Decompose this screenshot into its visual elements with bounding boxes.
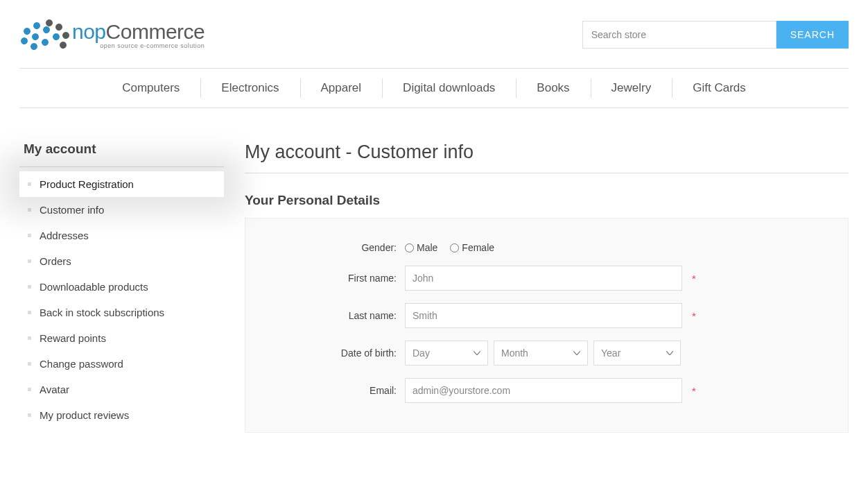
bullet-icon [28,259,31,263]
sidebar-item-label: Product Registration [40,178,134,190]
search-button[interactable]: SEARCH [776,21,849,49]
sidebar-title: My account [19,141,224,167]
gender-female-label: Female [462,242,494,253]
gender-female-radio[interactable] [450,243,459,252]
sidebar-item-label: Change password [40,358,123,370]
bullet-icon [28,234,31,237]
dob-month-select[interactable]: Month [494,341,588,366]
nav-item-books[interactable]: Books [516,69,590,108]
last-name-input[interactable] [405,303,682,328]
logo-subtext: open source e-commerce solution [100,42,205,49]
sidebar-item-label: Addresses [40,230,89,241]
sidebar-item-addresses[interactable]: Addresses [19,223,224,248]
gender-female-option[interactable]: Female [450,242,494,253]
email-input[interactable] [405,378,682,403]
sidebar-item-label: My product reviews [40,409,129,421]
logo-dots-icon [19,19,69,50]
sidebar: My account Product Registration Customer… [19,141,224,433]
sidebar-item-avatar[interactable]: Avatar [19,377,224,402]
top-nav: Computers Electronics Apparel Digital do… [19,69,849,108]
nav-item-digital-downloads[interactable]: Digital downloads [382,69,516,108]
dob-day-select[interactable]: Day [405,341,488,366]
sidebar-item-label: Back in stock subscriptions [40,307,164,318]
last-name-label: Last name: [252,310,405,321]
first-name-input[interactable] [405,266,682,291]
sidebar-item-customer-info[interactable]: Customer info [19,197,224,223]
sidebar-item-label: Downloadable products [40,281,148,293]
required-marker: * [692,273,696,284]
page-title: My account - Customer info [245,141,849,173]
bullet-icon [28,362,31,366]
logo[interactable]: nopCommerce open source e-commerce solut… [19,19,205,50]
sidebar-item-label: Customer info [40,204,104,216]
sidebar-item-label: Orders [40,255,71,267]
header: nopCommerce open source e-commerce solut… [19,0,849,68]
bullet-icon [28,388,31,391]
bullet-icon [28,208,31,212]
nav-item-computers[interactable]: Computers [101,69,200,108]
bullet-icon [28,285,31,289]
sidebar-item-orders[interactable]: Orders [19,248,224,274]
sidebar-item-label: Avatar [40,384,69,395]
dob-year-select[interactable]: Year [593,341,681,366]
gender-label: Gender: [252,242,405,253]
sidebar-item-back-in-stock[interactable]: Back in stock subscriptions [19,300,224,325]
bullet-icon [28,311,31,314]
required-marker: * [692,310,696,322]
sidebar-item-downloadable-products[interactable]: Downloadable products [19,274,224,300]
main-content: My account - Customer info Your Personal… [245,141,849,433]
nav-item-jewelry[interactable]: Jewelry [591,69,672,108]
sidebar-item-reward-points[interactable]: Reward points [19,325,224,351]
dob-label: Date of birth: [252,347,405,359]
email-label: Email: [252,385,405,396]
required-marker: * [692,385,696,397]
gender-male-label: Male [417,242,437,253]
search-input[interactable] [582,21,776,49]
nav-item-electronics[interactable]: Electronics [200,69,300,108]
bullet-icon [28,182,31,186]
sidebar-item-change-password[interactable]: Change password [19,351,224,377]
search-form: SEARCH [582,21,849,49]
section-title: Your Personal Details [245,193,849,208]
personal-details-form: Gender: Male Female First name: [245,218,849,433]
gender-male-option[interactable]: Male [405,242,437,253]
gender-male-radio[interactable] [405,243,414,252]
bullet-icon [28,413,31,417]
nav-item-apparel[interactable]: Apparel [300,69,383,108]
nav-item-gift-cards[interactable]: Gift Cards [672,69,767,108]
logo-text: nopCommerce [72,20,205,44]
bullet-icon [28,336,31,340]
first-name-label: First name: [252,273,405,284]
sidebar-item-label: Reward points [40,332,106,344]
sidebar-item-product-registration[interactable]: Product Registration [19,171,224,197]
sidebar-item-my-product-reviews[interactable]: My product reviews [19,402,224,428]
